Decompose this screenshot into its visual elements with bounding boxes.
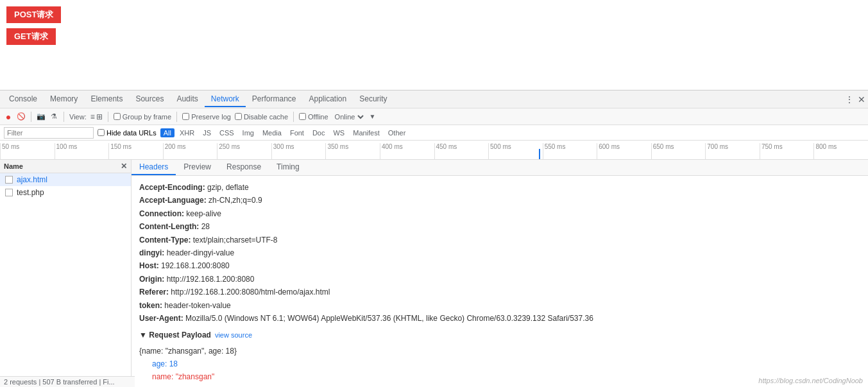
offline-checkbox[interactable] bbox=[299, 113, 306, 120]
preserve-log-checkbox[interactable] bbox=[182, 113, 189, 120]
header-val-content-type: text/plain;charset=UTF-8 bbox=[193, 236, 278, 245]
filter-icon[interactable]: ⚗ bbox=[49, 112, 58, 121]
tick-600ms: 600 ms bbox=[597, 143, 651, 159]
throttle-chevron[interactable]: ▼ bbox=[370, 113, 376, 120]
filter-all[interactable]: All bbox=[160, 128, 174, 137]
filter-xhr[interactable]: XHR bbox=[176, 128, 198, 137]
detail-tab-timing[interactable]: Timing bbox=[269, 160, 307, 175]
header-val-referer: http://192.168.1.200:8080/html-demo/ajax… bbox=[171, 288, 330, 297]
detail-tab-preview[interactable]: Preview bbox=[176, 160, 219, 175]
filter-input[interactable] bbox=[4, 127, 94, 139]
tab-sources[interactable]: Sources bbox=[129, 92, 170, 107]
file-item-test[interactable]: test.php bbox=[0, 186, 131, 199]
header-val-dingyi: header-dingyi-value bbox=[167, 248, 234, 257]
filter-media[interactable]: Media bbox=[259, 128, 285, 137]
timeline: 50 ms 100 ms 150 ms 200 ms 250 ms 300 ms… bbox=[0, 141, 868, 160]
filter-type-buttons: All XHR JS CSS Img Media Font Doc WS Man… bbox=[160, 128, 409, 137]
post-button[interactable]: POST请求 bbox=[6, 6, 61, 23]
filter-js[interactable]: JS bbox=[200, 128, 214, 137]
request-payload-title: ▼ Request Payload view source bbox=[139, 329, 860, 341]
devtools-topbar: Console Memory Elements Sources Audits N… bbox=[0, 90, 868, 108]
tab-memory[interactable]: Memory bbox=[44, 92, 84, 107]
header-val-content-length: 28 bbox=[201, 222, 210, 231]
name-column-header: Name ✕ bbox=[0, 160, 131, 173]
tick-800ms: 800 ms bbox=[813, 143, 868, 159]
list-view-icon[interactable]: ≡ bbox=[90, 112, 95, 121]
header-key-origin: Origin: bbox=[139, 275, 167, 284]
status-text: 2 requests | 507 B transferred | Fi... bbox=[4, 378, 115, 386]
group-by-frame-label: Group by frame bbox=[123, 113, 171, 121]
tab-console[interactable]: Console bbox=[3, 92, 44, 107]
close-devtools-icon[interactable]: ✕ bbox=[858, 94, 865, 105]
header-token: token: header-token-value bbox=[139, 299, 860, 312]
close-detail-icon[interactable]: ✕ bbox=[121, 162, 127, 171]
detail-tab-headers[interactable]: Headers bbox=[132, 160, 176, 175]
header-content-type: Content-Type: text/plain;charset=UTF-8 bbox=[139, 234, 860, 246]
filter-font[interactable]: Font bbox=[287, 128, 307, 137]
tick-450ms: 450 ms bbox=[434, 143, 489, 159]
filter-manifest[interactable]: Manifest bbox=[350, 128, 383, 137]
tab-audits[interactable]: Audits bbox=[170, 92, 204, 107]
group-by-frame-checkbox[interactable] bbox=[114, 113, 121, 120]
tab-network[interactable]: Network bbox=[205, 92, 246, 107]
record-icon[interactable]: ● bbox=[4, 112, 13, 121]
view-source-link[interactable]: view source bbox=[215, 329, 252, 341]
header-val-host: 192.168.1.200:8080 bbox=[161, 261, 230, 270]
tab-application[interactable]: Application bbox=[303, 92, 353, 107]
tree-view-icon[interactable]: ⊞ bbox=[96, 112, 103, 121]
header-key-accept-language: Accept-Language: bbox=[139, 196, 208, 205]
disable-cache-label: Disable cache bbox=[244, 113, 288, 121]
tick-250ms: 250 ms bbox=[217, 143, 271, 159]
detail-tab-response[interactable]: Response bbox=[219, 160, 269, 175]
file-item-ajax[interactable]: ajax.html bbox=[0, 173, 131, 186]
toolbar-separator-5 bbox=[293, 112, 294, 122]
header-key-host: Host: bbox=[139, 261, 161, 270]
payload-obj-line: {name: "zhansgan", age: 18} bbox=[139, 345, 860, 357]
disable-cache-checkbox[interactable] bbox=[235, 113, 242, 120]
network-toolbar: ● 🚫 📷 ⚗ View: ≡ ⊞ Group by frame Preserv… bbox=[0, 108, 868, 125]
throttle-select[interactable]: Online bbox=[332, 112, 366, 121]
filter-ws[interactable]: WS bbox=[330, 128, 348, 137]
tick-150ms: 150 ms bbox=[108, 143, 163, 159]
clear-icon[interactable]: 🚫 bbox=[17, 112, 26, 121]
tick-750ms: 750 ms bbox=[760, 143, 814, 159]
group-by-frame-checkbox-group[interactable]: Group by frame bbox=[114, 113, 171, 121]
header-val-accept-encoding: gzip, deflate bbox=[207, 183, 249, 192]
header-user-agent: User-Agent: Mozilla/5.0 (Windows NT 6.1;… bbox=[139, 312, 860, 325]
file-icon-ajax bbox=[5, 176, 13, 184]
tick-300ms: 300 ms bbox=[271, 143, 326, 159]
preserve-log-checkbox-group[interactable]: Preserve log bbox=[182, 113, 231, 121]
hide-data-urls-checkbox[interactable] bbox=[98, 129, 105, 136]
disable-cache-checkbox-group[interactable]: Disable cache bbox=[235, 113, 288, 121]
file-list: ajax.html test.php bbox=[0, 173, 131, 199]
header-key-user-agent: User-Agent: bbox=[139, 314, 185, 323]
tick-100ms: 100 ms bbox=[55, 143, 109, 159]
hide-data-urls-group[interactable]: Hide data URLs bbox=[98, 129, 157, 137]
timeline-ticks: 50 ms 100 ms 150 ms 200 ms 250 ms 300 ms… bbox=[0, 141, 868, 159]
preserve-log-label: Preserve log bbox=[191, 113, 231, 121]
payload-age-text: age: 18 bbox=[152, 359, 178, 368]
filter-other[interactable]: Other bbox=[385, 128, 409, 137]
filter-css[interactable]: CSS bbox=[216, 128, 237, 137]
view-label: View: bbox=[69, 113, 87, 121]
header-referer: Referer: http://192.168.1.200:8080/html-… bbox=[139, 286, 860, 298]
get-button[interactable]: GET请求 bbox=[6, 28, 56, 45]
header-content-length: Content-Length: 28 bbox=[139, 220, 860, 233]
tick-650ms: 650 ms bbox=[651, 143, 706, 159]
header-val-user-agent: Mozilla/5.0 (Windows NT 6.1; WOW64) Appl… bbox=[185, 314, 593, 323]
tab-performance[interactable]: Performance bbox=[246, 92, 303, 107]
offline-checkbox-group[interactable]: Offline bbox=[299, 113, 328, 121]
more-icon[interactable]: ⋮ bbox=[845, 94, 854, 105]
watermark-text: https://blog.csdn.net/CodingNoob bbox=[758, 377, 863, 384]
filter-img[interactable]: Img bbox=[239, 128, 257, 137]
detail-tabs: Headers Preview Response Timing bbox=[132, 160, 868, 176]
header-val-origin: http://192.168.1.200:8080 bbox=[167, 275, 255, 284]
header-val-accept-language: zh-CN,zh;q=0.9 bbox=[208, 196, 262, 205]
camera-icon[interactable]: 📷 bbox=[37, 112, 46, 121]
tab-security[interactable]: Security bbox=[353, 92, 393, 107]
tab-elements[interactable]: Elements bbox=[84, 92, 129, 107]
payload-name-line: name: "zhansgan" bbox=[139, 370, 860, 383]
payload-age-line: age: 18 bbox=[139, 357, 860, 370]
filter-doc[interactable]: Doc bbox=[309, 128, 328, 137]
hide-data-urls-label: Hide data URLs bbox=[106, 129, 157, 137]
